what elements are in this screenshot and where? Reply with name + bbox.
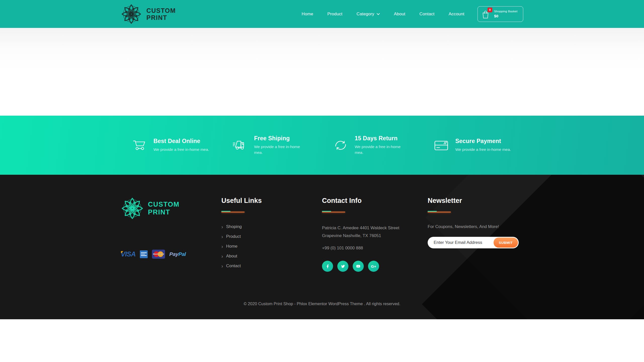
shopping-basket-widget[interactable]: 0 Shopping Basket $0 [477, 6, 523, 22]
footer-link-about[interactable]: ›About [221, 254, 322, 259]
features-strip: Best Deal Online We provide a free in-ho… [0, 116, 644, 175]
chevron-right-icon: › [221, 244, 223, 249]
twitter-icon[interactable] [337, 261, 348, 272]
footer-newsletter-column: Newsletter For Coupons, Newsletters, And… [428, 197, 523, 273]
nav-item-home[interactable]: Home [302, 12, 313, 17]
chevron-right-icon: › [221, 254, 223, 259]
truck-icon [233, 138, 247, 153]
feature-free-shipping: Free Shiping We provide a free in-home m… [221, 135, 322, 156]
chevron-down-icon [377, 13, 380, 15]
useful-links-list: ›Shoping ›Product ›Home ›About ›Contact [221, 224, 322, 268]
nav-item-account[interactable]: Account [449, 12, 464, 17]
site-header: CUSTOM PRINT Home Product Category About… [0, 0, 644, 28]
heading-underline [322, 211, 345, 213]
page: CUSTOM PRINT Home Product Category About… [0, 0, 644, 362]
nav-item-contact[interactable]: Contact [419, 12, 434, 17]
email-input[interactable] [434, 240, 487, 245]
feature-title: Best Deal Online [153, 138, 209, 145]
feature-title: Free Shiping [254, 135, 309, 142]
feature-best-deal: Best Deal Online We provide a free in-ho… [121, 135, 221, 156]
heading-underline [428, 211, 451, 213]
return-arrows-icon [333, 138, 348, 153]
youtube-icon[interactable] [353, 261, 364, 272]
feature-desc: We provide a free in-home mea. [153, 147, 209, 152]
footer-link-shoping[interactable]: ›Shoping [221, 224, 322, 229]
flower-logo-icon [121, 4, 142, 25]
basket-amount: $0 [494, 14, 517, 18]
basket-count-badge: 0 [488, 8, 492, 12]
site-footer: CUSTOM PRINT VISA MasterCard PayPal Usef… [0, 175, 644, 319]
footer-link-contact[interactable]: ›Contact [221, 263, 322, 268]
feature-desc: We provide a free in-home mea. [455, 147, 511, 152]
footer-link-home[interactable]: ›Home [221, 244, 322, 249]
contact-address: Patricia C. Amedee 4401 Waldeck Street G… [322, 224, 428, 240]
below-page-whitespace [0, 319, 644, 362]
nav-item-about[interactable]: About [394, 12, 405, 17]
chevron-right-icon: › [221, 224, 223, 229]
copyright-text: © 2020 Custom Print Shop - Phlox Element… [0, 301, 644, 306]
footer-links-column: Useful Links ›Shoping ›Product ›Home ›Ab… [221, 197, 322, 273]
feature-title: Secure Payment [455, 138, 511, 145]
chevron-right-icon: › [221, 263, 223, 268]
nav-item-product[interactable]: Product [327, 12, 342, 17]
visa-icon: VISA [121, 250, 136, 258]
google-plus-icon[interactable]: G+ [368, 261, 379, 272]
newsletter-tagline: For Coupons, Newsletters, And More! [428, 224, 523, 229]
cart-icon [132, 138, 147, 153]
site-logo[interactable]: CUSTOM PRINT [121, 4, 176, 25]
feature-secure-payment: Secure Payment We provide a free in-home… [423, 135, 523, 156]
mastercard-icon: MasterCard [152, 250, 165, 259]
footer-contact-column: Contact Info Patricia C. Amedee 4401 Wal… [322, 197, 428, 273]
feature-return: 15 Days Return We provide a free in-home… [322, 135, 423, 156]
nav-item-category[interactable]: Category [356, 12, 380, 17]
credit-card-icon [434, 138, 449, 153]
footer-logo-text: CUSTOM PRINT [148, 201, 180, 216]
contact-info-heading: Contact Info [322, 197, 428, 205]
footer-link-product[interactable]: ›Product [221, 234, 322, 239]
newsletter-heading: Newsletter [428, 197, 523, 205]
american-express-icon [140, 250, 148, 258]
feature-title: 15 Days Return [355, 135, 410, 142]
contact-phone: +99 (0) 101 0000 888 [322, 246, 428, 251]
footer-brand-column: CUSTOM PRINT VISA MasterCard PayPal [121, 197, 221, 273]
submit-button[interactable]: SUBMIT [494, 238, 518, 248]
facebook-icon[interactable] [322, 261, 333, 272]
feature-desc: We provide a free in-home mea. [254, 144, 309, 156]
flower-logo-icon [121, 197, 144, 220]
payment-methods: VISA MasterCard PayPal [121, 250, 221, 259]
chevron-right-icon: › [221, 234, 223, 239]
useful-links-heading: Useful Links [221, 197, 322, 205]
logo-text: CUSTOM PRINT [146, 7, 176, 21]
feature-desc: We provide a free in-home mea. [355, 144, 410, 156]
newsletter-form: SUBMIT [428, 237, 519, 248]
page-content-empty [0, 28, 644, 116]
heading-underline [221, 211, 245, 213]
paypal-icon: PayPal [169, 251, 186, 257]
basket-label: Shopping Basket [494, 10, 517, 13]
social-links: G+ [322, 261, 428, 272]
footer-logo[interactable]: CUSTOM PRINT [121, 197, 221, 220]
main-nav: Home Product Category About Contact Acco… [302, 12, 464, 17]
